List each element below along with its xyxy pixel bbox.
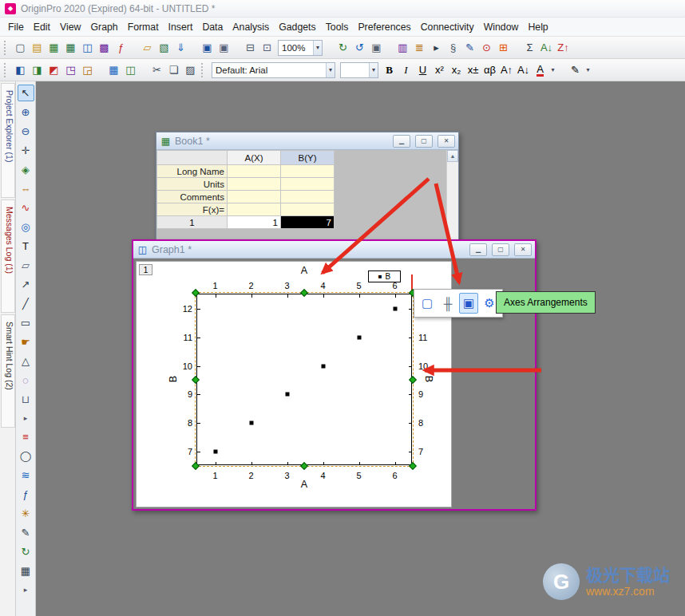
draw-pen-icon[interactable]: ✎ (567, 61, 584, 78)
zoom-out-tool-icon[interactable]: ⊖ (18, 123, 34, 140)
new-project-icon[interactable]: ▢ (12, 39, 29, 56)
minimize-button[interactable]: ▁ (469, 243, 487, 256)
results-log-toggle-icon[interactable]: ≣ (411, 39, 428, 56)
scroll-up-button[interactable]: ▲ (447, 150, 458, 162)
subscript-button[interactable]: x₂ (448, 61, 465, 78)
code-builder-icon[interactable]: ✎ (461, 39, 478, 56)
menu-item[interactable]: Data (197, 19, 228, 35)
add-top-x-layer-icon[interactable]: ◩ (46, 61, 62, 78)
toolbar-grip[interactable] (4, 41, 9, 55)
menu-item[interactable]: Gadgets (274, 19, 321, 35)
row-index[interactable]: 1 (157, 216, 228, 229)
close-button[interactable]: ✕ (438, 135, 455, 148)
row-label[interactable]: Long Name (157, 165, 228, 178)
new-graph-icon[interactable]: ◫ (79, 39, 96, 56)
open-excel-icon[interactable]: ▧ (156, 39, 172, 56)
copy-icon[interactable]: ❏ (165, 61, 182, 78)
data-selector-tool-icon[interactable]: ⇔ (18, 180, 34, 197)
freehand-region-tool-icon[interactable]: ◌ (18, 372, 34, 389)
row-label[interactable]: Comments (157, 191, 228, 203)
row-label[interactable]: Units (157, 178, 228, 191)
font-color-button[interactable]: A (532, 61, 548, 78)
greek-symbols-button[interactable]: αβ (481, 61, 498, 78)
polygon-tool-icon[interactable]: △ (18, 353, 34, 369)
plot-area[interactable]: 112233445566778899101011111212 (196, 294, 412, 465)
cell[interactable] (281, 203, 335, 216)
extract-layers-icon[interactable]: ◫ (122, 61, 139, 78)
axes-arrangement-icon[interactable]: ▣ (459, 293, 478, 314)
merge-layers-icon[interactable]: ▦ (105, 61, 122, 78)
close-button[interactable]: ✕ (514, 243, 532, 256)
supersubscript-button[interactable]: x± (465, 61, 481, 78)
insert-graph-tool-icon[interactable]: ▦ (18, 563, 34, 579)
sort-ascending-icon[interactable]: A↓ (538, 39, 555, 56)
new-function-plot-icon[interactable]: ƒ (113, 39, 129, 56)
cell[interactable] (228, 165, 281, 178)
print-icon[interactable]: ⊟ (242, 39, 259, 56)
zoom-in-tool-icon[interactable]: ⊕ (18, 104, 34, 120)
y-axis-title-left[interactable]: B (168, 376, 179, 382)
y-axis-title-right[interactable]: B (423, 376, 434, 382)
eraser-tool-icon[interactable]: ⊔ (18, 391, 34, 408)
add-right-y-layer-icon[interactable]: ◨ (29, 61, 46, 78)
import-wizard-icon[interactable]: ⇓ (172, 39, 189, 56)
zoom-level-combo[interactable]: 100% ▾ (278, 40, 323, 56)
menu-item[interactable]: Window (479, 19, 524, 35)
scribble-selection-tool-icon[interactable]: ∿ (18, 199, 34, 216)
chevron-down-icon[interactable]: ▾ (326, 63, 335, 77)
sort-descending-icon[interactable]: Z↑ (555, 39, 572, 56)
pencil-tool-icon[interactable]: ✎ (18, 524, 34, 541)
menu-item[interactable]: File (3, 19, 29, 35)
book1-title-bar[interactable]: ▦ Book1 * ▁ ▢ ✕ (156, 132, 458, 150)
chevron-down-icon[interactable]: ▾ (313, 41, 322, 55)
function-edit-tool-icon[interactable]: ƒ (18, 486, 34, 503)
line-tool-icon[interactable]: ╱ (18, 295, 34, 312)
paste-icon[interactable]: ▨ (182, 61, 199, 78)
update-origin-icon[interactable]: ↺ (351, 39, 368, 56)
new-workbook-icon[interactable]: ▦ (46, 39, 62, 56)
menu-item[interactable]: View (55, 19, 85, 35)
add-inset-layer-icon[interactable]: ◳ (62, 61, 79, 78)
bold-button[interactable]: B (381, 61, 398, 78)
cut-icon[interactable]: ✂ (148, 61, 165, 78)
recalculate-icon[interactable]: ↻ (335, 39, 351, 56)
palette-overflow-button-2[interactable]: ▸ (24, 586, 28, 594)
chevron-down-icon[interactable]: ▾ (369, 63, 378, 77)
menu-item[interactable]: Help (523, 19, 552, 35)
data-reader-tool-icon[interactable]: ◎ (18, 219, 34, 235)
hand-tool-icon[interactable]: ☛ (18, 334, 34, 350)
app-center-icon[interactable]: ⊞ (495, 39, 512, 56)
graph-object-tool-icon[interactable]: ▱ (18, 257, 34, 274)
cell-a1[interactable]: 1 (228, 216, 281, 229)
x-axis-title-bottom[interactable]: A (301, 479, 307, 490)
docked-panel-tab[interactable]: Messages Log (1) (1, 199, 15, 313)
new-excel-icon[interactable]: ▦ (62, 39, 79, 56)
arrow-tool-icon[interactable]: ↗ (18, 276, 34, 293)
font-color-caret[interactable]: ▾ (548, 61, 557, 78)
print-preview-icon[interactable]: ⊡ (259, 39, 275, 56)
text-tool-icon[interactable]: T (18, 238, 34, 255)
toolbar-grip[interactable] (201, 63, 206, 77)
palette-overflow-button[interactable]: ▸ (24, 414, 28, 422)
menu-item[interactable]: Format (123, 19, 164, 35)
new-folder-icon[interactable]: ▤ (29, 39, 46, 56)
menu-item[interactable]: Graph (85, 19, 122, 35)
project-explorer-toggle-icon[interactable]: ▥ (394, 39, 411, 56)
star-tool-icon[interactable]: ✳ (18, 505, 34, 522)
graph1-title-bar[interactable]: ◫ Graph1 * ▁ ▢ ✕ (133, 241, 535, 259)
axis-ticks-icon[interactable]: ╫ (438, 293, 457, 314)
save-template-icon[interactable]: ▣ (216, 39, 232, 56)
digitizer-icon[interactable]: ⊙ (478, 39, 495, 56)
rainbow-lines-tool-icon[interactable]: ≋ (18, 467, 34, 484)
pen-caret[interactable]: ▾ (584, 61, 592, 78)
row-label[interactable]: F(x)= (157, 203, 228, 216)
docked-panel-tab[interactable]: Project Explorer (1) (1, 83, 15, 198)
restore-button[interactable]: ▢ (492, 243, 509, 256)
underline-button[interactable]: U (414, 61, 431, 78)
rectangle-tool-icon[interactable]: ▭ (18, 314, 34, 331)
cell[interactable] (281, 191, 335, 203)
cell[interactable] (228, 191, 281, 203)
cell-b1-selected[interactable]: 7 (281, 216, 335, 229)
increase-font-button[interactable]: A↑ (498, 61, 515, 78)
script-window-icon[interactable]: § (445, 39, 461, 56)
